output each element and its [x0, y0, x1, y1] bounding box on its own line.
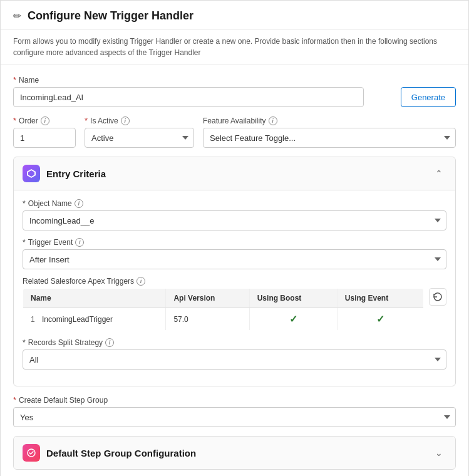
object-name-info-icon: i: [75, 199, 83, 208]
using-event-check-icon: ✓: [376, 314, 384, 324]
modal-description: Form allows you to modify existing Trigg…: [1, 29, 468, 65]
table-col-using-event: Using Event: [337, 289, 423, 308]
records-split-info-icon: i: [105, 338, 114, 347]
is-active-info-icon: i: [121, 116, 130, 125]
trigger-event-select[interactable]: After Insert Before Insert After Update …: [23, 249, 446, 269]
table-col-using-boost: Using Boost: [249, 289, 337, 308]
name-label: * Name: [13, 75, 394, 85]
entry-criteria-header-left: Entry Criteria: [23, 165, 106, 182]
related-triggers-table-wrapper: Name Api Version Using Boost Using Event: [23, 288, 424, 331]
order-required: *: [13, 116, 16, 125]
fields-row: * Order i * Is Active i Active Inactive: [13, 116, 456, 148]
order-input[interactable]: [13, 128, 76, 148]
entry-criteria-header: Entry Criteria ⌃: [14, 157, 455, 190]
records-split-label: * Records Split Strategy i: [23, 338, 446, 347]
name-group: * Name: [13, 75, 394, 107]
trigger-event-label: * Trigger Event i: [23, 238, 446, 247]
records-split-select[interactable]: All Split: [23, 349, 446, 370]
table-cell-using-event: ✓: [337, 308, 423, 331]
table-cell-using-boost: ✓: [249, 308, 337, 331]
object-name-label: * Object Name i: [23, 199, 446, 208]
table-col-name: Name: [23, 289, 166, 308]
entry-criteria-body: * Object Name i IncomingLead__e * Trigge…: [14, 190, 455, 386]
is-active-required: *: [85, 116, 88, 125]
table-row: 1 IncomingLeadTrigger 57.0 ✓ ✓: [23, 308, 424, 331]
modal-title: Configure New Trigger Handler: [28, 9, 193, 23]
refresh-button[interactable]: [429, 288, 446, 306]
entry-criteria-panel: Entry Criteria ⌃ * Object Name i Incomin…: [13, 157, 456, 386]
is-active-group: * Is Active i Active Inactive: [85, 116, 194, 148]
modal-body: * Name Generate * Order i * Is Acti: [1, 65, 468, 476]
create-default-step-group-select[interactable]: Yes No: [13, 407, 456, 427]
is-active-select[interactable]: Active Inactive: [85, 128, 194, 148]
entry-criteria-icon: [23, 165, 40, 182]
default-step-group-config-header-left: Default Step Group Configuration: [23, 444, 196, 462]
create-default-step-group-label: * Create Default Step Group: [13, 395, 456, 405]
feature-availability-info-icon: i: [269, 116, 277, 125]
table-header-row: Name Api Version Using Boost Using Event: [23, 289, 424, 308]
trigger-event-info-icon: i: [75, 238, 84, 247]
name-input[interactable]: [13, 87, 364, 107]
feature-availability-select[interactable]: Select Feature Toggle...: [203, 128, 456, 148]
records-split-row: * Records Split Strategy i All Split: [23, 338, 446, 370]
related-triggers-info-icon: i: [137, 277, 145, 286]
table-cell-name: 1 IncomingLeadTrigger: [23, 308, 166, 331]
modal-container: ✏ Configure New Trigger Handler Form all…: [0, 0, 469, 476]
default-step-group-config-header: Default Step Group Configuration ⌄: [14, 437, 455, 469]
object-name-row: * Object Name i IncomingLead__e: [23, 199, 446, 230]
order-group: * Order i: [13, 116, 76, 148]
order-info-icon: i: [41, 116, 49, 125]
default-step-group-config-collapse-icon[interactable]: ⌄: [431, 445, 446, 460]
is-active-label: * Is Active i: [85, 116, 194, 125]
edit-icon: ✏: [13, 10, 21, 22]
trigger-event-row: * Trigger Event i After Insert Before In…: [23, 238, 446, 269]
feature-availability-group: Feature Availability i Select Feature To…: [203, 116, 456, 148]
related-triggers-table: Name Api Version Using Boost Using Event: [23, 288, 424, 331]
table-with-refresh: Name Api Version Using Boost Using Event: [23, 288, 446, 331]
default-step-group-config-title: Default Step Group Configuration: [46, 448, 196, 458]
generate-button[interactable]: Generate: [401, 87, 456, 107]
name-row: * Name Generate: [13, 75, 456, 107]
default-step-group-config-icon: [23, 444, 40, 462]
related-triggers-header-row: Related Salesforce Apex Triggers i: [23, 277, 446, 286]
modal-header: ✏ Configure New Trigger Handler: [1, 1, 468, 29]
object-name-select[interactable]: IncomingLead__e: [23, 210, 446, 230]
default-step-group-config-panel: Default Step Group Configuration ⌄: [13, 436, 456, 470]
feature-availability-label: Feature Availability i: [203, 116, 456, 125]
create-default-step-group-group: * Create Default Step Group Yes No: [13, 395, 456, 427]
entry-criteria-title: Entry Criteria: [46, 168, 106, 179]
name-required: *: [13, 75, 16, 85]
related-triggers-label: Related Salesforce Apex Triggers i: [23, 277, 145, 286]
table-cell-api-version: 57.0: [166, 308, 249, 331]
entry-criteria-collapse-icon[interactable]: ⌃: [431, 166, 446, 181]
order-label: * Order i: [13, 116, 76, 125]
related-triggers-section: Related Salesforce Apex Triggers i Name …: [23, 277, 446, 331]
table-col-api-version: Api Version: [166, 289, 249, 308]
using-boost-check-icon: ✓: [289, 314, 297, 324]
